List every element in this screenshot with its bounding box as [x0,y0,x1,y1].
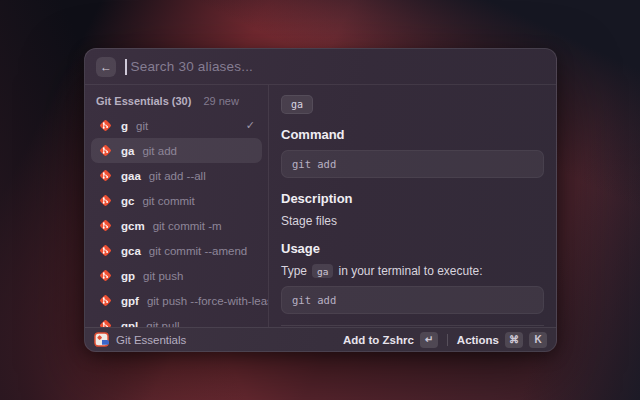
back-arrow-icon: ← [100,60,112,74]
alias-command: git push [143,270,183,282]
return-key-icon: ↵ [420,332,438,348]
check-icon: ✓ [246,119,255,132]
alias-command: git add [142,145,177,157]
alias-command: git pull [146,320,179,328]
k-key-icon: K [529,332,547,348]
back-button[interactable]: ← [96,57,116,77]
description-heading: Description [281,191,544,206]
alias-list-item[interactable]: ga git add ✓ [91,138,262,163]
alias-list-item[interactable]: gpl git pull ✓ [91,313,262,327]
new-count-badge: 29 new [203,95,238,107]
alias-badge: ga [281,95,313,114]
alias-list-item[interactable]: gpf git push --force-with-lease ✓ [91,288,262,313]
detail-divider [281,325,544,326]
add-to-zshrc-button[interactable]: Add to Zshrc ↵ [343,332,438,348]
usage-heading: Usage [281,241,544,256]
cmd-key-icon: ⌘ [505,332,523,348]
alias-command: git push --force-with-lease [147,295,269,307]
usage-code-block: git add [281,286,544,314]
alias-command: git commit [142,195,194,207]
alias-list-item[interactable]: gaa git add --all ✓ [91,163,262,188]
text-caret [125,59,127,75]
section-title: Git Essentials (30) [96,95,191,107]
alias-list-item[interactable]: gca git commit --amend ✓ [91,238,262,263]
alias-list-item[interactable]: gc git commit ✓ [91,188,262,213]
alias-list: g git ✓ ga git add ✓ gaa git add --all ✓ [91,113,262,327]
alias-name: gc [121,195,134,207]
status-app-name: Git Essentials [116,334,186,346]
git-icon [98,268,113,283]
alias-list-pane: Git Essentials (30) 29 new g git ✓ ga gi… [85,85,269,327]
usage-alias-chip: ga [312,264,333,278]
alias-command: git commit --amend [149,245,247,257]
status-bar: Git Essentials Add to Zshrc ↵ Actions ⌘ … [85,327,556,351]
usage-prefix: Type [281,264,307,278]
git-icon [98,243,113,258]
git-icon [98,193,113,208]
git-icon [98,293,113,308]
alias-list-item[interactable]: g git ✓ [91,113,262,138]
git-icon [98,318,113,327]
window-body: Git Essentials (30) 29 new g git ✓ ga gi… [85,85,556,327]
actions-label: Actions [457,334,499,346]
alias-command: git commit -m [153,220,222,232]
alias-command: git add --all [149,170,206,182]
git-icon [98,168,113,183]
alias-list-item[interactable]: gp git push ✓ [91,263,262,288]
git-icon [98,218,113,233]
alias-list-item[interactable]: gcm git commit -m ✓ [91,213,262,238]
alias-name: g [121,120,128,132]
alias-command: git [136,120,148,132]
status-separator [447,334,448,346]
detail-pane: ga Command git add Description Stage fil… [269,85,556,327]
usage-suffix: in your terminal to execute: [338,264,482,278]
alias-name: gpl [121,320,138,328]
usage-line: Type ga in your terminal to execute: [281,264,544,278]
git-icon [98,118,113,133]
description-text: Stage files [281,214,544,228]
alias-name: gp [121,270,135,282]
search-input[interactable]: Search 30 aliases... [131,59,254,74]
alias-name: gpf [121,295,139,307]
alias-name: gca [121,245,141,257]
command-code-block: git add [281,150,544,178]
list-section-header: Git Essentials (30) 29 new [91,90,262,113]
add-to-zshrc-label: Add to Zshrc [343,334,414,346]
raycast-window: ← Search 30 aliases... Git Essentials (3… [84,48,557,352]
alias-name: ga [121,145,134,157]
actions-button[interactable]: Actions ⌘ K [457,332,547,348]
alias-name: gcm [121,220,145,232]
alias-name: gaa [121,170,141,182]
command-heading: Command [281,127,544,142]
git-essentials-app-icon [94,332,109,347]
git-icon [98,143,113,158]
search-bar: ← Search 30 aliases... [85,49,556,85]
